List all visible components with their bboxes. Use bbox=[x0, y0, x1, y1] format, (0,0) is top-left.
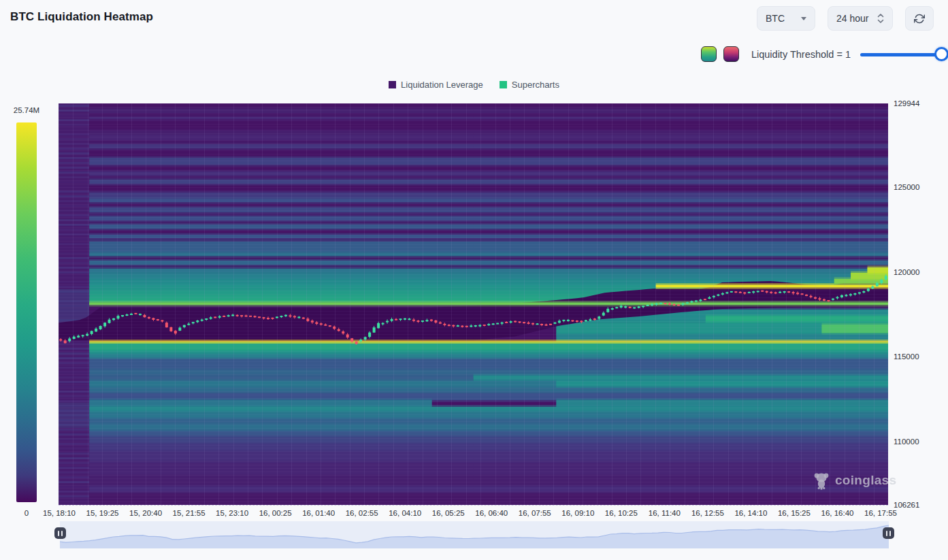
heatmap-plot-area bbox=[59, 103, 888, 506]
chevron-down-icon bbox=[801, 17, 806, 20]
chart-legend: Liquidation Leverage Supercharts bbox=[0, 80, 948, 90]
time-tick-label: 15, 20:40 bbox=[129, 509, 162, 517]
time-tick-label: 16, 09:10 bbox=[561, 509, 594, 517]
time-tick-label: 16, 16:40 bbox=[821, 509, 853, 517]
time-tick-label: 16, 01:40 bbox=[302, 509, 335, 517]
navigator-area-chart bbox=[60, 521, 889, 548]
price-tick-label: 125000 bbox=[894, 183, 919, 191]
palette-viridis-swatch[interactable] bbox=[701, 46, 717, 62]
palette-magma-swatch[interactable] bbox=[723, 46, 739, 62]
time-tick-label: 16, 02:55 bbox=[346, 509, 378, 517]
time-tick-label: 15, 21:55 bbox=[173, 509, 206, 517]
spinner-up-down-icon bbox=[877, 13, 884, 24]
legend-item-liquidation-leverage[interactable]: Liquidation Leverage bbox=[389, 80, 483, 90]
coinglass-logo-icon bbox=[813, 471, 830, 490]
price-tick-label: 120000 bbox=[894, 268, 919, 276]
coinglass-watermark: coinglass bbox=[813, 471, 896, 490]
interval-select[interactable]: 24 hour bbox=[828, 6, 893, 31]
time-axis: 15, 18:1015, 19:2515, 20:4015, 21:5515, … bbox=[59, 509, 888, 520]
price-tick-label: 129944 bbox=[894, 99, 919, 108]
colorbar-gradient bbox=[16, 122, 37, 502]
time-tick-label: 16, 14:10 bbox=[734, 509, 767, 517]
time-tick-label: 16, 05:25 bbox=[432, 509, 465, 517]
time-tick-label: 15, 18:10 bbox=[43, 509, 76, 517]
legend-label: Supercharts bbox=[512, 80, 559, 90]
legend-swatch-purple bbox=[389, 81, 396, 88]
liquidity-threshold-label: Liquidity Threshold = 1 bbox=[751, 49, 851, 60]
legend-swatch-green bbox=[500, 81, 507, 88]
time-tick-label: 16, 17:55 bbox=[864, 509, 897, 517]
time-tick-label: 16, 06:40 bbox=[475, 509, 508, 517]
symbol-select[interactable]: BTC bbox=[757, 6, 815, 31]
time-tick-label: 15, 19:25 bbox=[86, 509, 119, 517]
price-tick-label: 106261 bbox=[894, 501, 919, 509]
page-title: BTC Liquidation Heatmap bbox=[10, 10, 153, 24]
range-navigator[interactable] bbox=[60, 521, 889, 548]
navigator-right-handle[interactable] bbox=[883, 527, 894, 539]
liquidation-heatmap-canvas[interactable] bbox=[59, 103, 888, 505]
watermark-text: coinglass bbox=[835, 473, 896, 488]
colorbar-max-label: 25.74M bbox=[4, 106, 49, 114]
time-tick-label: 16, 04:10 bbox=[389, 509, 421, 517]
symbol-select-value: BTC bbox=[766, 13, 785, 24]
time-tick-label: 16, 00:25 bbox=[259, 509, 292, 517]
time-tick-label: 16, 12:55 bbox=[691, 509, 724, 517]
price-tick-label: 115000 bbox=[894, 352, 919, 361]
time-tick-label: 16, 07:55 bbox=[519, 509, 551, 517]
price-tick-label: 110000 bbox=[894, 438, 919, 446]
time-tick-label: 16, 15:25 bbox=[778, 509, 811, 517]
price-axis: 129944125000120000115000110000106261 bbox=[894, 0, 947, 517]
navigator-left-handle[interactable] bbox=[54, 527, 66, 539]
time-tick-label: 16, 11:40 bbox=[649, 509, 681, 517]
legend-item-supercharts[interactable]: Supercharts bbox=[500, 80, 559, 90]
interval-select-value: 24 hour bbox=[836, 13, 868, 24]
time-tick-label: 16, 10:25 bbox=[605, 509, 638, 517]
time-tick-label: 15, 23:10 bbox=[216, 509, 248, 517]
legend-label: Liquidation Leverage bbox=[401, 80, 483, 90]
